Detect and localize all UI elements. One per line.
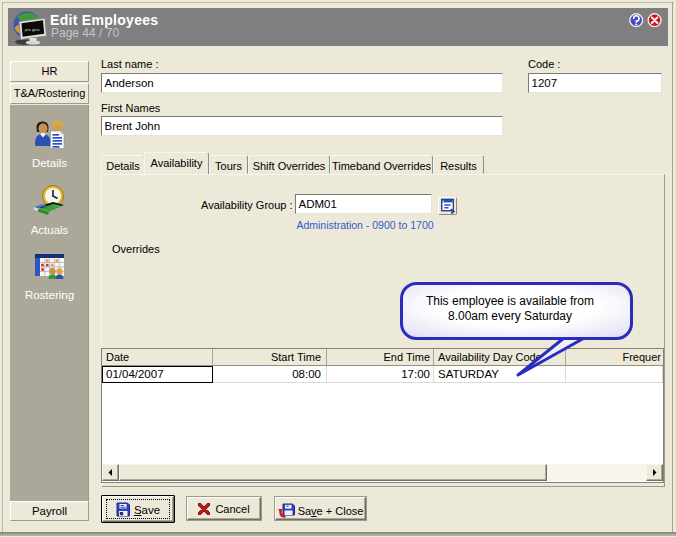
svg-text:pro gear: pro gear bbox=[25, 27, 41, 32]
